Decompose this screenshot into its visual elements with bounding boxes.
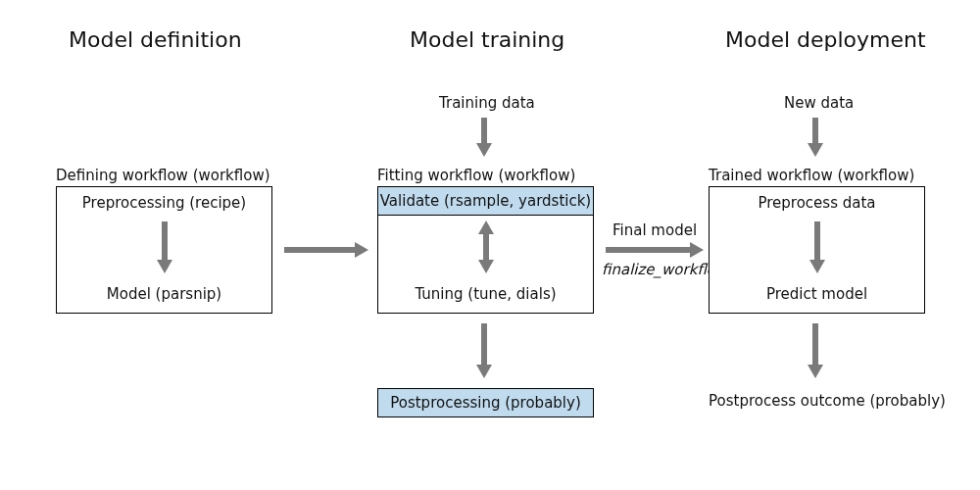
final-model-label: Final model bbox=[612, 221, 697, 239]
arrow-training-data-down bbox=[481, 118, 487, 143]
arrow-training-data-down-head bbox=[476, 143, 492, 157]
header-model-training: Model training bbox=[410, 27, 564, 52]
arrow-preprocess-to-predict bbox=[814, 221, 820, 261]
postprocessing-cell: Postprocessing (probably) bbox=[377, 388, 594, 417]
arrow-definition-to-training bbox=[284, 247, 355, 253]
tuning-label: Tuning (tune, dials) bbox=[378, 285, 593, 303]
arrow-validate-tuning-down-head bbox=[478, 260, 494, 273]
model-parsnip-label: Model (parsnip) bbox=[57, 285, 271, 303]
trained-workflow-box: Preprocess data Predict model bbox=[709, 186, 925, 314]
defining-workflow-caption: Defining workflow (workflow) bbox=[56, 167, 270, 184]
header-model-deployment: Model deployment bbox=[725, 27, 926, 52]
arrow-deployment-to-postproc bbox=[812, 323, 818, 365]
diagram-stage: Model definition Model training Model de… bbox=[0, 0, 980, 490]
fitting-workflow-caption: Fitting workflow (workflow) bbox=[377, 167, 575, 184]
arrow-training-to-postproc-head bbox=[476, 365, 492, 378]
arrow-definition-to-training-head bbox=[355, 242, 368, 258]
arrow-preprocess-to-predict-head bbox=[809, 260, 825, 273]
arrow-preprocessing-to-model-head bbox=[157, 260, 172, 273]
arrow-training-to-deployment bbox=[606, 247, 690, 253]
arrow-validate-tuning-shaft bbox=[483, 232, 489, 260]
postprocess-outcome-label: Postprocess outcome (probably) bbox=[709, 392, 925, 410]
training-data-label: Training data bbox=[439, 94, 535, 112]
arrow-training-to-postproc bbox=[481, 323, 487, 365]
trained-workflow-caption: Trained workflow (workflow) bbox=[709, 167, 914, 184]
arrow-preprocessing-to-model bbox=[162, 221, 168, 261]
new-data-label: New data bbox=[784, 94, 854, 112]
header-model-definition: Model definition bbox=[69, 27, 242, 52]
validate-label: Validate (rsample, yardstick) bbox=[380, 192, 591, 210]
validate-cell: Validate (rsample, yardstick) bbox=[377, 186, 594, 216]
preprocess-data-label: Preprocess data bbox=[710, 194, 924, 212]
arrow-new-data-down-head bbox=[808, 143, 823, 157]
predict-model-label: Predict model bbox=[710, 285, 924, 303]
fitting-workflow-box: Validate (rsample, yardstick) Tuning (tu… bbox=[377, 186, 594, 314]
preprocessing-label: Preprocessing (recipe) bbox=[57, 194, 271, 212]
arrow-deployment-to-postproc-head bbox=[808, 365, 823, 378]
postprocessing-label: Postprocessing (probably) bbox=[390, 394, 581, 412]
arrow-new-data-down bbox=[812, 118, 818, 143]
arrow-training-to-deployment-head bbox=[690, 242, 704, 258]
defining-workflow-box: Preprocessing (recipe) Model (parsnip) bbox=[56, 186, 272, 314]
